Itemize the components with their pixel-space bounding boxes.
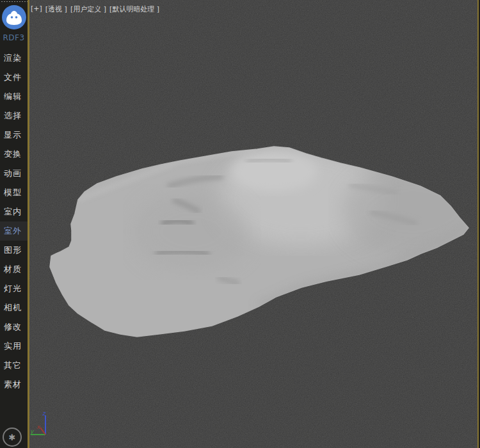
logo-label: RDF3: [0, 33, 28, 42]
axis-gizmo: x y z: [29, 410, 59, 440]
settings-button[interactable]: ✱: [3, 428, 22, 447]
axis-x-label: x: [36, 424, 41, 430]
sidebar: RDF3 渲染 文件 编辑 选择 显示 变换 动画 模型 室内 室外 图形 材质…: [0, 0, 28, 448]
sidebar-item-model[interactable]: 模型: [0, 183, 28, 202]
terrain-mesh: [29, 0, 477, 448]
viewport-menu-shading[interactable]: [默认明暗处理 ]: [109, 4, 159, 14]
sidebar-item-indoor[interactable]: 室内: [0, 202, 28, 221]
sidebar-divider: [28, 0, 29, 448]
sidebar-item-shape[interactable]: 图形: [0, 241, 28, 260]
sidebar-item-edit[interactable]: 编辑: [0, 87, 28, 106]
sidebar-drag-handle[interactable]: [0, 0, 28, 3]
sidebar-item-utility[interactable]: 实用: [0, 337, 28, 356]
axis-y-label: y: [30, 428, 35, 435]
sidebar-item-transform[interactable]: 变换: [0, 145, 28, 164]
sidebar-item-material[interactable]: 材质: [0, 260, 28, 279]
sidebar-item-camera[interactable]: 相机: [0, 298, 28, 317]
teapot-logo-icon: [2, 5, 26, 29]
window-right-border: [477, 0, 479, 448]
sidebar-item-file[interactable]: 文件: [0, 68, 28, 87]
sidebar-item-light[interactable]: 灯光: [0, 279, 28, 298]
sidebar-item-display[interactable]: 显示: [0, 125, 28, 145]
sidebar-item-assets[interactable]: 素材: [0, 375, 28, 394]
app-window: RDF3 渲染 文件 编辑 选择 显示 变换 动画 模型 室内 室外 图形 材质…: [0, 0, 480, 448]
sidebar-item-modify[interactable]: 修改: [0, 317, 28, 337]
sidebar-item-animation[interactable]: 动画: [0, 164, 28, 183]
viewport-menu-user[interactable]: [用户定义 ]: [70, 4, 106, 14]
sidebar-item-outdoor[interactable]: 室外: [0, 221, 28, 241]
sidebar-item-other[interactable]: 其它: [0, 356, 28, 375]
sidebar-item-render[interactable]: 渲染: [0, 49, 28, 68]
viewport-menu-pov[interactable]: [透视 ]: [45, 4, 67, 14]
sidebar-menu: 渲染 文件 编辑 选择 显示 变换 动画 模型 室内 室外 图形 材质 灯光 相…: [0, 49, 28, 394]
viewport-menu-general[interactable]: [+]: [31, 4, 42, 14]
app-logo-button[interactable]: [2, 5, 26, 29]
viewport-label-bar: [+] [透视 ] [用户定义 ] [默认明暗处理 ]: [31, 4, 159, 14]
sidebar-item-select[interactable]: 选择: [0, 106, 28, 125]
asterisk-icon: ✱: [9, 433, 16, 442]
viewport[interactable]: [+] [透视 ] [用户定义 ] [默认明暗处理 ] x y z: [29, 0, 477, 448]
